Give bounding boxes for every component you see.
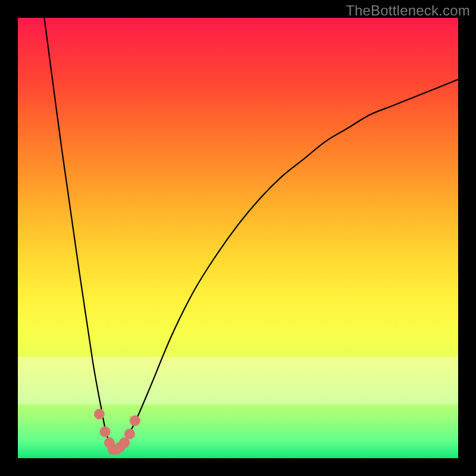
trough-dot <box>100 427 111 437</box>
outer-frame: TheBottleneck.com <box>0 0 476 476</box>
trough-dot <box>104 437 115 448</box>
bottleneck-curve <box>44 18 458 450</box>
plot-area <box>18 18 458 458</box>
trough-dot <box>130 415 140 426</box>
watermark-text: TheBottleneck.com <box>346 2 470 19</box>
bottom-dot-cluster <box>94 409 140 455</box>
trough-dot <box>94 409 105 419</box>
trough-dot <box>119 437 130 448</box>
trough-dot <box>108 444 118 455</box>
trough-dot <box>124 428 135 439</box>
trough-dot <box>115 442 126 453</box>
highlight-band <box>18 357 458 405</box>
curve-layer <box>18 18 458 458</box>
trough-dot <box>111 444 122 455</box>
